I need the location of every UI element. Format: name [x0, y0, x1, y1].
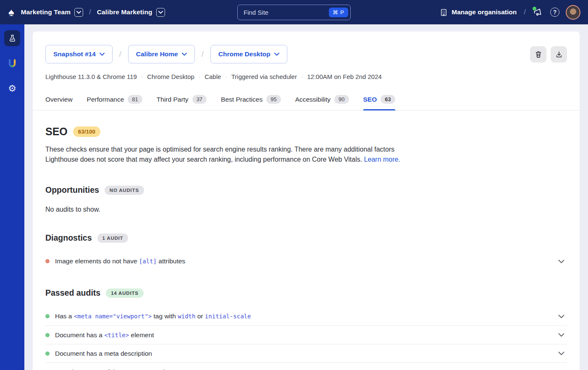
keyboard-shortcut-badge: ⌘ P	[329, 8, 348, 17]
diagnostics-count-badge: 1 AUDIT	[97, 234, 129, 243]
chevron-down-icon	[558, 260, 564, 263]
chevron-down-icon	[558, 315, 564, 318]
audit-title: Has a <meta name="viewport"> tag with wi…	[55, 312, 558, 320]
audit-row[interactable]: Document has a <title> element	[45, 325, 567, 344]
tab-overview[interactable]: Overview	[45, 95, 73, 110]
audit-row[interactable]: Page has successful HTTP status code	[45, 362, 567, 370]
topbar-right-actions: Manage organisation / ?	[440, 0, 580, 24]
inline-code: initial-scale	[205, 313, 251, 320]
audit-row[interactable]: Document has a meta description	[45, 344, 567, 362]
inline-code: width	[178, 313, 195, 320]
manage-organisation-button[interactable]: Manage organisation	[440, 8, 517, 16]
chevron-down-icon	[558, 352, 564, 355]
tab-score-badge: 37	[192, 95, 207, 104]
team-name: Marketing Team	[21, 8, 71, 16]
building-icon	[440, 8, 448, 16]
snapshot-report-card: Snapshot #14 / Calibre Home / Chrome Des…	[33, 31, 580, 370]
meta-item: Cable	[205, 73, 221, 80]
audit-title: Page has successful HTTP status code	[55, 368, 558, 370]
page-selector[interactable]: Calibre Home	[128, 45, 195, 63]
meta-separator: ·	[199, 73, 200, 80]
search-placeholder: Find Site	[244, 9, 329, 16]
app-sidebar: ⚙	[0, 24, 24, 370]
audit-title: Document has a <title> element	[55, 331, 558, 339]
sidebar-item-site-favicon[interactable]	[4, 55, 20, 71]
meta-item: Triggered via scheduler	[231, 73, 297, 80]
snapshot-actions	[530, 46, 567, 63]
site-name: Calibre Marketing	[97, 8, 152, 16]
tab-performance[interactable]: Performance81	[87, 95, 142, 110]
seo-description: These checks ensure that your page is op…	[45, 144, 407, 164]
passed-audits-title: Passed audits	[45, 288, 100, 298]
breadcrumb-separator: /	[119, 50, 121, 59]
pass-status-dot	[45, 352, 50, 356]
seo-section: SEO 63/100 These checks ensure that your…	[45, 126, 567, 164]
diagnostics-audit-list: Image elements do not have [alt] attribu…	[45, 252, 567, 270]
seo-description-text: These checks ensure that your page is op…	[45, 146, 394, 163]
sidebar-item-settings-gear-icon[interactable]: ⚙	[4, 81, 20, 97]
inline-code: [alt]	[139, 258, 157, 265]
inline-code: <title>	[104, 332, 129, 339]
passed-audits-section: Passed audits 14 AUDITS Has a <meta name…	[45, 288, 567, 370]
download-snapshot-button[interactable]	[551, 46, 567, 63]
report-tabs: OverviewPerformance81Third Party37Best P…	[33, 95, 580, 110]
tab-score-badge: 90	[334, 95, 349, 104]
tab-label: Accessibility	[295, 96, 331, 103]
diagnostics-section: Diagnostics 1 AUDIT Image elements do no…	[45, 233, 567, 270]
page-selector-label: Calibre Home	[136, 50, 178, 58]
calibre-logo-icon[interactable]: ♠	[8, 7, 14, 18]
snapshot-meta-info: Lighthouse 11.3.0 & Chrome 119·Chrome De…	[45, 73, 567, 80]
tab-score-badge: 81	[128, 95, 142, 104]
pass-status-dot	[45, 314, 50, 318]
announcements-megaphone-icon[interactable]	[533, 7, 544, 17]
tab-best-practices[interactable]: Best Practices95	[221, 95, 281, 110]
audit-title: Document has a meta description	[55, 350, 558, 357]
no-audits-text: No audits to show.	[45, 206, 567, 213]
opportunities-section: Opportunities NO AUDITS No audits to sho…	[45, 185, 567, 213]
chevron-down-icon	[558, 333, 564, 337]
audit-row[interactable]: Image elements do not have [alt] attribu…	[45, 252, 567, 270]
tab-accessibility[interactable]: Accessibility90	[295, 95, 349, 110]
snapshot-selector-label: Snapshot #14	[53, 50, 96, 58]
tab-label: Performance	[87, 96, 124, 103]
test-profile-selector[interactable]: Chrome Desktop	[210, 45, 287, 63]
meta-item: Chrome Desktop	[147, 73, 194, 80]
site-switcher[interactable]: Calibre Marketing	[97, 8, 165, 17]
opportunities-title: Opportunities	[45, 185, 99, 195]
breadcrumb-separator: /	[89, 8, 91, 16]
passed-audit-list: Has a <meta name="viewport"> tag with wi…	[45, 307, 567, 370]
tab-score-badge: 95	[266, 95, 281, 104]
gear-icon: ⚙	[8, 84, 16, 93]
meta-item: 12:00AM on Feb 2nd 2024	[307, 73, 382, 80]
tab-seo[interactable]: SEO63	[363, 95, 395, 110]
audit-row[interactable]: Has a <meta name="viewport"> tag with wi…	[45, 307, 567, 325]
tab-third-party[interactable]: Third Party37	[157, 95, 207, 110]
pass-status-dot	[45, 333, 50, 337]
tab-label: Third Party	[157, 96, 189, 103]
seo-section-title: SEO	[45, 126, 68, 138]
meta-separator: ·	[225, 73, 227, 80]
team-switcher[interactable]: Marketing Team	[21, 8, 83, 17]
snapshot-breadcrumb-row: Snapshot #14 / Calibre Home / Chrome Des…	[45, 31, 567, 63]
delete-snapshot-button[interactable]	[530, 46, 546, 63]
user-avatar[interactable]	[566, 5, 580, 20]
meta-item: Lighthouse 11.3.0 & Chrome 119	[45, 73, 137, 80]
team-chevron-down-icon[interactable]	[74, 8, 83, 17]
learn-more-link[interactable]: Learn more.	[364, 156, 400, 163]
tab-label: Best Practices	[221, 96, 262, 103]
meta-separator: ·	[141, 73, 143, 80]
help-icon[interactable]: ?	[550, 8, 559, 17]
download-icon	[555, 50, 563, 58]
tab-score-badge: 63	[381, 95, 395, 104]
topbar-separator: /	[524, 8, 526, 16]
site-chevron-down-icon[interactable]	[156, 8, 165, 17]
sidebar-item-lab-flask-icon[interactable]	[4, 30, 20, 46]
snapshot-selector[interactable]: Snapshot #14	[45, 45, 113, 63]
meta-separator: ·	[301, 73, 303, 80]
top-navigation-bar: ♠ Marketing Team / Calibre Marketing Fin…	[0, 0, 588, 24]
manage-organisation-label: Manage organisation	[452, 8, 517, 16]
opportunities-count-badge: NO AUDITS	[105, 186, 144, 195]
diagnostics-title: Diagnostics	[45, 233, 92, 243]
find-site-search-input[interactable]: Find Site ⌘ P	[237, 5, 351, 20]
tab-label: SEO	[363, 96, 377, 103]
